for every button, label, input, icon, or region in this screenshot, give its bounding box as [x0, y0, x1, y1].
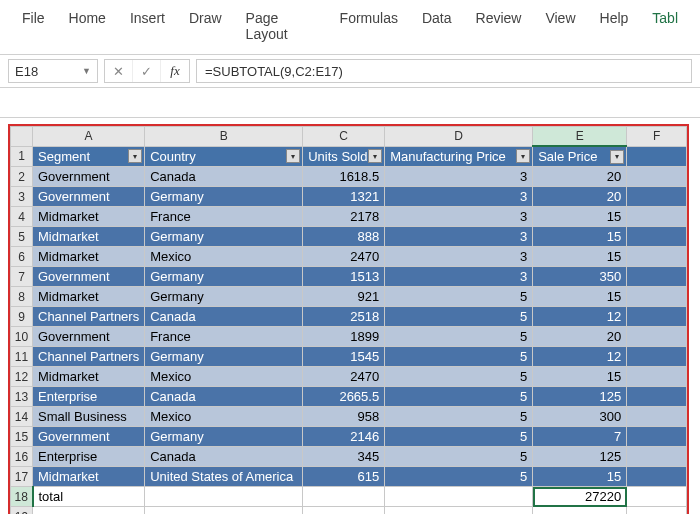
- row-header-2[interactable]: 2: [11, 167, 33, 187]
- cell-mfg[interactable]: 3: [385, 227, 533, 247]
- row-header-9[interactable]: 9: [11, 307, 33, 327]
- cell-units[interactable]: 2470: [303, 247, 385, 267]
- cell-country[interactable]: Germany: [145, 267, 303, 287]
- cell-units[interactable]: 1321: [303, 187, 385, 207]
- filter-dropdown-icon[interactable]: ▾: [128, 149, 142, 163]
- enter-icon[interactable]: ✓: [133, 60, 161, 82]
- cell-country[interactable]: Mexico: [145, 247, 303, 267]
- cell-D18[interactable]: [385, 487, 533, 507]
- cell-segment[interactable]: Government: [33, 187, 145, 207]
- cell-units[interactable]: 2518: [303, 307, 385, 327]
- cell-sale[interactable]: 20: [533, 327, 627, 347]
- cell-mfg[interactable]: 3: [385, 167, 533, 187]
- cell-F4[interactable]: [627, 207, 687, 227]
- row-header-19[interactable]: 19: [11, 507, 33, 515]
- cell-sale[interactable]: 350: [533, 267, 627, 287]
- filter-dropdown-icon[interactable]: ▾: [516, 149, 530, 163]
- cell-mfg[interactable]: 3: [385, 267, 533, 287]
- cell-segment[interactable]: Small Business: [33, 407, 145, 427]
- cell-F1[interactable]: [627, 146, 687, 167]
- cell-mfg[interactable]: 5: [385, 347, 533, 367]
- cell-segment[interactable]: Government: [33, 167, 145, 187]
- row-header-15[interactable]: 15: [11, 427, 33, 447]
- cell-segment[interactable]: Channel Partners: [33, 347, 145, 367]
- row-header-11[interactable]: 11: [11, 347, 33, 367]
- cell-mfg[interactable]: 3: [385, 187, 533, 207]
- cell-sale[interactable]: 15: [533, 287, 627, 307]
- cell-mfg[interactable]: 5: [385, 427, 533, 447]
- cell-country[interactable]: France: [145, 327, 303, 347]
- cell-F2[interactable]: [627, 167, 687, 187]
- cell-F12[interactable]: [627, 367, 687, 387]
- cell-mfg[interactable]: 5: [385, 287, 533, 307]
- ribbon-tab-draw[interactable]: Draw: [177, 6, 234, 46]
- col-header-F[interactable]: F: [627, 127, 687, 147]
- row-header-12[interactable]: 12: [11, 367, 33, 387]
- header-segment[interactable]: Segment▾: [33, 146, 145, 167]
- row-header-4[interactable]: 4: [11, 207, 33, 227]
- row-header-5[interactable]: 5: [11, 227, 33, 247]
- cell-segment[interactable]: Enterprise: [33, 447, 145, 467]
- cell-units[interactable]: 1545: [303, 347, 385, 367]
- row-header-8[interactable]: 8: [11, 287, 33, 307]
- cell-country[interactable]: United States of America: [145, 467, 303, 487]
- ribbon-tab-help[interactable]: Help: [588, 6, 641, 46]
- cell-empty[interactable]: [303, 507, 385, 515]
- cell-mfg[interactable]: 5: [385, 407, 533, 427]
- cell-F11[interactable]: [627, 347, 687, 367]
- row-header-14[interactable]: 14: [11, 407, 33, 427]
- cell-sale[interactable]: 125: [533, 447, 627, 467]
- row-header-16[interactable]: 16: [11, 447, 33, 467]
- cell-units[interactable]: 2146: [303, 427, 385, 447]
- ribbon-tab-view[interactable]: View: [533, 6, 587, 46]
- cell-sale[interactable]: 15: [533, 467, 627, 487]
- cell-country[interactable]: Germany: [145, 287, 303, 307]
- col-header-C[interactable]: C: [303, 127, 385, 147]
- col-header-A[interactable]: A: [33, 127, 145, 147]
- cell-F10[interactable]: [627, 327, 687, 347]
- cell-segment[interactable]: Midmarket: [33, 287, 145, 307]
- row-header-6[interactable]: 6: [11, 247, 33, 267]
- cell-units[interactable]: 2665.5: [303, 387, 385, 407]
- ribbon-tab-formulas[interactable]: Formulas: [328, 6, 410, 46]
- cell-mfg[interactable]: 3: [385, 247, 533, 267]
- cell-sale[interactable]: 15: [533, 367, 627, 387]
- filter-dropdown-icon[interactable]: ▾: [286, 149, 300, 163]
- cell-F3[interactable]: [627, 187, 687, 207]
- cell-F8[interactable]: [627, 287, 687, 307]
- cell-mfg[interactable]: 5: [385, 387, 533, 407]
- cell-sale[interactable]: 12: [533, 347, 627, 367]
- cancel-icon[interactable]: ✕: [105, 60, 133, 82]
- ribbon-tab-home[interactable]: Home: [57, 6, 118, 46]
- cell-units[interactable]: 345: [303, 447, 385, 467]
- cell-mfg[interactable]: 3: [385, 207, 533, 227]
- row-header-7[interactable]: 7: [11, 267, 33, 287]
- cell-sale[interactable]: 7: [533, 427, 627, 447]
- ribbon-tab-review[interactable]: Review: [464, 6, 534, 46]
- row-header-10[interactable]: 10: [11, 327, 33, 347]
- cell-segment[interactable]: Midmarket: [33, 207, 145, 227]
- cell-segment[interactable]: Midmarket: [33, 247, 145, 267]
- ribbon-tab-data[interactable]: Data: [410, 6, 464, 46]
- cell-sale[interactable]: 15: [533, 207, 627, 227]
- cell-country[interactable]: Canada: [145, 167, 303, 187]
- cell-mfg[interactable]: 5: [385, 307, 533, 327]
- cell-mfg[interactable]: 5: [385, 467, 533, 487]
- header-sale[interactable]: Sale Price▾: [533, 146, 627, 167]
- cell-segment[interactable]: Government: [33, 427, 145, 447]
- cell-units[interactable]: 615: [303, 467, 385, 487]
- cell-country[interactable]: Canada: [145, 307, 303, 327]
- cell-B18[interactable]: [145, 487, 303, 507]
- cell-C18[interactable]: [303, 487, 385, 507]
- row-header-1[interactable]: 1: [11, 146, 33, 167]
- col-header-E[interactable]: E: [533, 127, 627, 147]
- cell-mfg[interactable]: 5: [385, 447, 533, 467]
- cell-units[interactable]: 2178: [303, 207, 385, 227]
- cell-segment[interactable]: Government: [33, 327, 145, 347]
- filter-dropdown-icon[interactable]: ▾: [368, 149, 382, 163]
- header-units[interactable]: Units Sold▾: [303, 146, 385, 167]
- cell-F15[interactable]: [627, 427, 687, 447]
- cell-sale[interactable]: 125: [533, 387, 627, 407]
- cell-total-label[interactable]: total: [33, 487, 145, 507]
- cell-mfg[interactable]: 5: [385, 367, 533, 387]
